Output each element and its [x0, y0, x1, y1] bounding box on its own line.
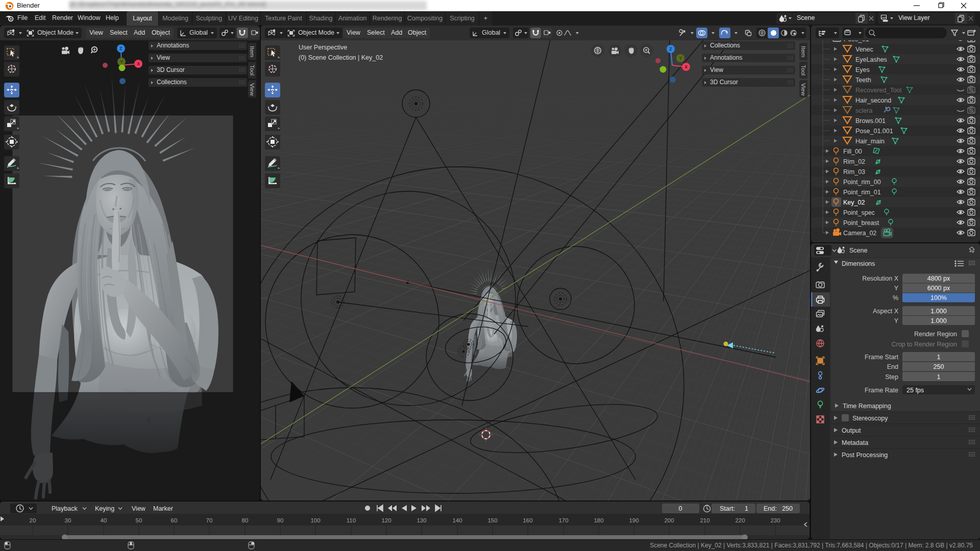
svg-text:Y: Y	[894, 317, 899, 324]
svg-text:150: 150	[487, 517, 497, 523]
svg-text:1: 1	[937, 354, 941, 361]
svg-text:sclera: sclera	[855, 107, 872, 114]
svg-text:(0) Scene Collection | Key_02: (0) Scene Collection | Key_02	[299, 54, 383, 61]
svg-text:Y: Y	[679, 56, 682, 61]
svg-text:230: 230	[770, 517, 780, 523]
svg-text:100%: 100%	[930, 294, 947, 302]
svg-text:X: X	[684, 64, 688, 69]
svg-text:6000 px: 6000 px	[927, 285, 950, 292]
svg-text:1.000: 1.000	[930, 308, 946, 315]
svg-text:220: 220	[735, 517, 745, 523]
svg-text:170: 170	[558, 517, 568, 523]
svg-text:1: 1	[937, 373, 941, 381]
svg-text:Point_rim_01: Point_rim_01	[843, 189, 881, 196]
svg-text:Pose_01.001: Pose_01.001	[855, 128, 893, 135]
svg-text:Camera_02: Camera_02	[843, 230, 876, 237]
svg-text:180: 180	[594, 517, 603, 523]
svg-text:Dimensions: Dimensions	[842, 260, 875, 267]
svg-text:Frame Start: Frame Start	[865, 354, 899, 361]
svg-text:50: 50	[136, 517, 142, 523]
svg-text:Render Region: Render Region	[914, 331, 957, 338]
svg-text:110: 110	[347, 517, 356, 523]
svg-text:Teeth: Teeth	[855, 77, 871, 84]
svg-text:End: End	[887, 363, 898, 370]
svg-text:End:: End:	[764, 505, 777, 512]
svg-text:60: 60	[171, 517, 178, 523]
svg-text:Z: Z	[669, 46, 672, 52]
svg-text:Hair_second: Hair_second	[855, 97, 891, 104]
svg-text:0: 0	[679, 505, 682, 512]
svg-text:Point_breast: Point_breast	[843, 219, 879, 227]
svg-text:190: 190	[629, 517, 639, 523]
svg-text:Venec: Venec	[855, 46, 873, 53]
svg-text:Point_spec: Point_spec	[843, 209, 875, 216]
svg-text:120: 120	[381, 517, 391, 523]
svg-text:250: 250	[934, 363, 944, 370]
svg-text:Point_rim_00: Point_rim_00	[843, 179, 881, 186]
svg-text:Z: Z	[119, 46, 122, 51]
svg-text:Hair_main: Hair_main	[855, 138, 885, 145]
svg-text:90: 90	[277, 517, 284, 523]
svg-text:Fill_00: Fill_00	[843, 148, 862, 155]
svg-text:Frame Rate: Frame Rate	[865, 387, 898, 394]
svg-text:Rim_02: Rim_02	[843, 158, 865, 165]
svg-text:Output: Output	[842, 427, 861, 434]
svg-text:Start:: Start:	[720, 505, 735, 512]
svg-text:User Perspective: User Perspective	[299, 44, 347, 51]
svg-text:EyeLashes: EyeLashes	[855, 56, 887, 63]
svg-text:Stereoscopy: Stereoscopy	[852, 415, 888, 422]
svg-text:Marker: Marker	[153, 505, 173, 512]
svg-text:20: 20	[30, 517, 36, 523]
svg-text:Playback: Playback	[52, 505, 78, 512]
svg-text:Metadata: Metadata	[842, 439, 868, 446]
svg-text:Aspect X: Aspect X	[873, 308, 899, 315]
svg-text:Eyes: Eyes	[855, 66, 870, 73]
svg-text:Post Processing: Post Processing	[842, 452, 888, 459]
svg-text:Crop to Render Region: Crop to Render Region	[891, 341, 957, 348]
svg-text:1: 1	[745, 505, 748, 512]
svg-text:100: 100	[310, 517, 320, 523]
svg-text:140: 140	[452, 517, 462, 523]
svg-text:Resolution X: Resolution X	[862, 275, 899, 282]
svg-text:160: 160	[523, 517, 532, 523]
svg-text:Rim_03: Rim_03	[843, 168, 865, 176]
svg-text:Step: Step	[885, 373, 898, 381]
svg-text:80: 80	[242, 517, 249, 523]
svg-text:X: X	[137, 61, 140, 66]
svg-text:4800 px: 4800 px	[927, 275, 950, 282]
svg-text:Scene: Scene	[849, 247, 867, 254]
svg-text:130: 130	[416, 517, 426, 523]
svg-text:25 fps: 25 fps	[906, 387, 924, 394]
svg-text:1.000: 1.000	[930, 317, 946, 324]
svg-text:70: 70	[206, 517, 213, 523]
svg-text:Keying: Keying	[95, 505, 114, 512]
svg-text:Key_02: Key_02	[843, 199, 865, 206]
svg-text:Y: Y	[120, 59, 123, 64]
svg-text:Y: Y	[894, 285, 899, 292]
svg-text:%: %	[893, 294, 898, 302]
svg-text:Brows.001: Brows.001	[855, 117, 886, 124]
svg-text:200: 200	[664, 517, 674, 523]
svg-text:250: 250	[782, 505, 793, 512]
svg-text:Time Remapping: Time Remapping	[843, 403, 891, 410]
svg-text:210: 210	[700, 517, 709, 523]
svg-text:40: 40	[101, 517, 107, 523]
svg-text:30: 30	[65, 517, 71, 523]
svg-text:View: View	[132, 505, 146, 512]
svg-text:Recovered_Tool: Recovered_Tool	[855, 87, 901, 94]
